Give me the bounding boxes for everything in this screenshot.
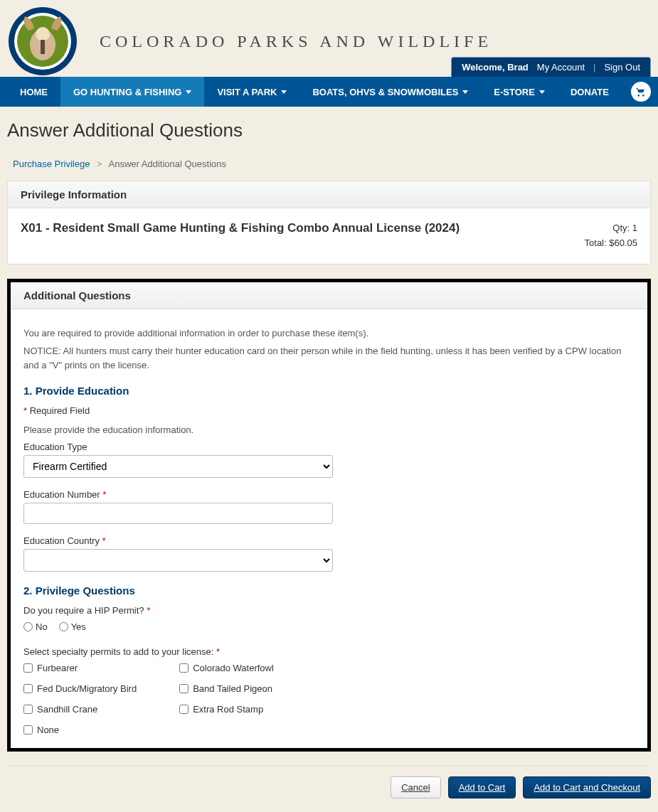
nav-item-donate[interactable]: DONATE bbox=[558, 77, 622, 107]
action-bar: Cancel Add to Cart Add to Cart and Check… bbox=[7, 766, 651, 812]
privilege-qty: Qty: 1 bbox=[585, 221, 637, 236]
permit-label: Band Tailed Pigeon bbox=[193, 683, 272, 694]
add-to-cart-checkout-button[interactable]: Add to Cart and Checkout bbox=[523, 776, 651, 798]
permit-option-band-tailed-pigeon[interactable]: Band Tailed Pigeon bbox=[179, 683, 274, 694]
edu-type-label: Education Type bbox=[23, 442, 635, 452]
edu-number-input[interactable] bbox=[23, 503, 333, 524]
privilege-title: X01 - Resident Small Game Hunting & Fish… bbox=[21, 221, 460, 235]
section-education-title: 1. Provide Education bbox=[23, 385, 635, 397]
cart-icon bbox=[635, 86, 647, 97]
header-bar: COLORADO PARKS AND WILDLIFE Welcome, Bra… bbox=[0, 0, 658, 77]
edu-type-select[interactable]: Firearm Certified bbox=[23, 455, 333, 478]
nav-item-visit-a-park[interactable]: VISIT A PARK bbox=[204, 77, 299, 107]
breadcrumb-link[interactable]: Purchase Privilege bbox=[13, 159, 90, 169]
permit-label: None bbox=[37, 725, 59, 735]
edu-number-label: Education Number * bbox=[23, 489, 635, 500]
permit-checkbox[interactable] bbox=[179, 684, 189, 693]
breadcrumb-separator: > bbox=[97, 159, 102, 169]
permit-label: Extra Rod Stamp bbox=[193, 704, 263, 715]
my-account-link[interactable]: My Account bbox=[537, 62, 585, 73]
cpw-logo bbox=[7, 6, 78, 77]
nav-item-e-store[interactable]: E-STORE bbox=[481, 77, 558, 107]
chevron-down-icon bbox=[186, 90, 191, 94]
questions-panel: Additional Questions You are required to… bbox=[7, 279, 651, 752]
permit-checkbox[interactable] bbox=[179, 705, 189, 714]
hip-yes-option[interactable]: Yes bbox=[59, 621, 86, 632]
hip-question: Do you require a HIP Permit? * bbox=[23, 605, 635, 616]
cart-button[interactable] bbox=[631, 82, 651, 102]
permit-option-extra-rod-stamp[interactable]: Extra Rod Stamp bbox=[179, 704, 274, 715]
nav-label: HOME bbox=[20, 87, 48, 97]
intro-text: You are required to provide additional i… bbox=[23, 326, 635, 341]
svg-point-4 bbox=[36, 27, 50, 41]
permit-checkbox[interactable] bbox=[23, 663, 33, 673]
edu-country-label: Education Country * bbox=[23, 535, 635, 546]
chevron-down-icon bbox=[281, 90, 287, 94]
svg-rect-5 bbox=[41, 40, 45, 54]
permit-checkbox[interactable] bbox=[23, 705, 33, 714]
chevron-down-icon bbox=[539, 90, 545, 94]
add-to-cart-button[interactable]: Add to Cart bbox=[448, 776, 516, 798]
page-title: Answer Additional Questions bbox=[0, 107, 658, 147]
welcome-text: Welcome, Brad bbox=[462, 62, 529, 73]
divider: | bbox=[593, 62, 595, 73]
edu-intro: Please provide the education information… bbox=[23, 423, 635, 437]
privilege-total: Total: $60.05 bbox=[585, 236, 637, 251]
permit-label: Colorado Waterfowl bbox=[193, 663, 274, 673]
nav-item-boats-ohvs-snowmobiles[interactable]: BOATS, OHVS & SNOWMOBILES bbox=[299, 77, 481, 107]
required-field-note: * Required Field bbox=[23, 405, 635, 416]
questions-panel-header: Additional Questions bbox=[11, 282, 647, 309]
breadcrumb-current: Answer Additional Questions bbox=[109, 159, 226, 169]
privilege-panel: Privilege Information X01 - Resident Sma… bbox=[7, 181, 651, 265]
cancel-button[interactable]: Cancel bbox=[391, 776, 440, 798]
nav-item-home[interactable]: HOME bbox=[7, 77, 60, 107]
sign-out-link[interactable]: Sign Out bbox=[604, 62, 640, 73]
hip-no-option[interactable]: No bbox=[23, 621, 48, 632]
permit-option-fed-duck-migratory-bird[interactable]: Fed Duck/Migratory Bird bbox=[23, 683, 137, 694]
permit-label: Sandhill Crane bbox=[37, 704, 97, 715]
nav-label: GO HUNTING & FISHING bbox=[73, 87, 181, 97]
specialty-question: Select specialty permits to add to your … bbox=[23, 646, 635, 657]
permit-option-sandhill-crane[interactable]: Sandhill Crane bbox=[23, 704, 137, 715]
section-privquestions-title: 2. Privilege Questions bbox=[23, 584, 635, 597]
permit-option-none[interactable]: None bbox=[23, 725, 137, 735]
privilege-panel-header: Privilege Information bbox=[8, 181, 650, 208]
site-title: COLORADO PARKS AND WILDLIFE bbox=[100, 32, 492, 51]
nav-item-go-hunting-fishing[interactable]: GO HUNTING & FISHING bbox=[60, 77, 204, 107]
notice-text: NOTICE: All hunters must carry their hun… bbox=[23, 344, 635, 372]
chevron-down-icon bbox=[462, 90, 468, 94]
hip-no-radio[interactable] bbox=[23, 622, 33, 631]
nav-label: E-STORE bbox=[494, 87, 535, 97]
nav-label: BOATS, OHVS & SNOWMOBILES bbox=[312, 87, 458, 97]
hip-yes-radio[interactable] bbox=[59, 622, 68, 631]
permit-checkbox[interactable] bbox=[179, 663, 189, 673]
permit-checkbox[interactable] bbox=[23, 725, 33, 734]
main-nav: HOMEGO HUNTING & FISHINGVISIT A PARKBOAT… bbox=[0, 77, 658, 107]
permit-checkbox[interactable] bbox=[23, 684, 33, 693]
permit-option-colorado-waterfowl[interactable]: Colorado Waterfowl bbox=[179, 663, 274, 673]
nav-label: VISIT A PARK bbox=[217, 87, 277, 97]
edu-country-select[interactable] bbox=[23, 549, 333, 572]
breadcrumb: Purchase Privilege > Answer Additional Q… bbox=[0, 147, 658, 181]
nav-label: DONATE bbox=[571, 87, 609, 97]
permit-label: Fed Duck/Migratory Bird bbox=[37, 683, 137, 694]
permit-label: Furbearer bbox=[37, 663, 78, 673]
permit-option-furbearer[interactable]: Furbearer bbox=[23, 663, 137, 673]
account-bar: Welcome, Brad My Account | Sign Out bbox=[451, 57, 651, 77]
